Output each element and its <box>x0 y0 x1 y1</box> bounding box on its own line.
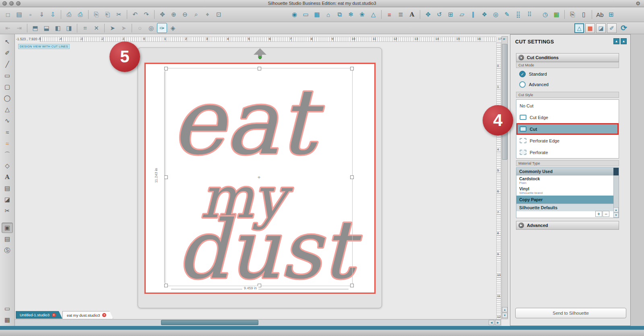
compound-path-icon[interactable]: ◈ <box>167 23 178 33</box>
material-vinyl[interactable]: VinylSilhouette brand <box>516 186 614 196</box>
send-backward-icon[interactable]: ◧ <box>52 23 63 33</box>
origin-point[interactable] <box>258 56 262 59</box>
page-setup-tool-icon[interactable]: ▭ <box>2 303 13 314</box>
remove-material-button[interactable]: − <box>603 211 609 217</box>
text-tool-icon[interactable]: A <box>2 172 13 182</box>
grid-window-icon[interactable]: ▦ <box>312 10 322 20</box>
delete-object-icon[interactable]: ✕ <box>91 23 102 33</box>
vertical-scrollbar-thumb[interactable] <box>502 44 508 160</box>
trace-icon[interactable]: Ab <box>594 10 605 20</box>
send-panel-icon[interactable]: ⎘ <box>567 10 578 20</box>
radio-checked-icon[interactable]: ✓ <box>519 71 526 77</box>
horizontal-scrollbar-thumb[interactable] <box>161 320 258 325</box>
modify-icon[interactable]: ◎ <box>490 10 501 20</box>
panel-collapse-button[interactable]: ▲ <box>613 38 619 44</box>
transform-move-icon[interactable]: ✥ <box>423 10 433 20</box>
collapse-chevrons-icon[interactable]: » <box>503 36 505 41</box>
radio-unchecked-icon[interactable] <box>519 81 526 88</box>
grid-settings-icon[interactable]: ⊞ <box>606 10 617 20</box>
copy-icon[interactable]: ⎘ <box>91 10 102 20</box>
add-material-button[interactable]: + <box>595 211 602 217</box>
save-to-library-icon[interactable]: ⇩ <box>47 10 58 20</box>
smooth-freehand-tool-icon[interactable]: ≈ <box>2 138 13 148</box>
selection-handle[interactable] <box>350 67 354 70</box>
design-view-button[interactable]: △ <box>574 23 584 33</box>
document-tab[interactable]: eat my dust.studio3✕ <box>62 311 113 319</box>
open-file-icon[interactable]: ▤ <box>14 10 25 20</box>
scale-icon[interactable]: ⊞ <box>445 10 456 20</box>
cut-style-perforate-edge[interactable]: Perforate Edge <box>516 135 619 146</box>
weld-icon[interactable]: ○ <box>134 23 145 33</box>
design-store-grid-icon[interactable]: ▦ <box>551 10 562 20</box>
shape-window-icon[interactable]: ▭ <box>300 10 311 20</box>
open-recent-icon[interactable]: ▫ <box>25 10 36 20</box>
knife-view-button[interactable]: ✐ <box>607 23 617 33</box>
document-tab[interactable]: Untitled-1.studio3✕ <box>16 311 62 319</box>
bring-forward-icon[interactable]: ⬓ <box>41 23 52 33</box>
design-canvas[interactable]: -1.523 , 7.920 DESIGN VIEW WITH CUT LINE… <box>15 34 510 326</box>
shape-library-icon[interactable]: ⧉ <box>334 10 345 20</box>
store-tool-icon[interactable]: Ⓢ <box>2 245 13 256</box>
rhinestone-icon[interactable]: ⠿ <box>524 10 535 20</box>
polygon-design-icon[interactable]: △ <box>368 10 379 20</box>
text-style-icon[interactable]: A <box>407 10 417 20</box>
print-setup-icon[interactable]: ⎙ <box>75 10 86 20</box>
gear-icon[interactable]: ⚙ <box>636 0 640 6</box>
line-color-icon[interactable]: ≡ <box>384 10 395 20</box>
material-cardstock[interactable]: CardstockPlain <box>516 175 614 186</box>
zoom-drag-icon[interactable]: ⌖ <box>202 10 213 20</box>
make-3d-icon[interactable]: ⌗ <box>80 23 91 33</box>
send-to-silhouette-button[interactable]: Send to Silhouette <box>515 308 626 318</box>
scroll-right-button[interactable]: ▶ <box>495 320 501 325</box>
flower-design-icon[interactable]: ❀ <box>357 10 367 20</box>
ellipse-tool-icon[interactable]: ◯ <box>2 93 13 103</box>
advanced-section-header[interactable]: ▶ Advanced <box>516 221 619 230</box>
scroll-up-button[interactable]: ▲ <box>502 307 508 312</box>
line-style-icon[interactable]: ≣ <box>395 10 406 20</box>
translate-left-icon[interactable]: ⇤ <box>2 23 13 33</box>
fit-to-page-icon[interactable]: ⊡ <box>213 10 224 20</box>
scroll-left-button[interactable]: ◀ <box>489 320 494 325</box>
cut-style-cut-edge[interactable]: Cut Edge <box>516 111 619 123</box>
eraser-view-button[interactable]: ◪ <box>596 23 606 33</box>
line-tool-icon[interactable]: ╱ <box>2 59 13 70</box>
selection-handle[interactable] <box>164 284 168 287</box>
material-copy-paper[interactable]: Copy Paper <box>516 196 614 204</box>
regular-polygon-tool-icon[interactable]: ◇ <box>2 161 13 171</box>
redo-icon[interactable]: ↷ <box>141 10 152 20</box>
save-icon[interactable]: ⇓ <box>36 10 47 20</box>
knife-tool-icon[interactable]: ✂ <box>2 206 13 216</box>
bring-to-front-icon[interactable]: ⬒ <box>30 23 41 33</box>
notes-tool-icon[interactable]: ▤ <box>2 183 13 194</box>
offset-sketch-icon[interactable]: ✎ <box>502 10 512 20</box>
undo-icon[interactable]: ↶ <box>130 10 140 20</box>
pixscan-time-icon[interactable]: ◷ <box>540 10 551 20</box>
replicate-icon[interactable]: ❖ <box>479 10 490 20</box>
material-silhouette-defaults[interactable]: Silhouette Defaults <box>516 204 614 211</box>
freehand-tool-icon[interactable]: ≈ <box>2 127 13 137</box>
rotate-icon[interactable]: ↺ <box>434 10 445 20</box>
cutting-mat-tool-icon[interactable]: ▦ <box>2 315 13 325</box>
shear-icon[interactable]: ▱ <box>456 10 467 20</box>
cut-conditions-header[interactable]: ▼ Cut Conditions <box>516 53 619 62</box>
copy-style-icon[interactable]: ➤ <box>107 23 118 33</box>
zoom-out-icon[interactable]: ⊖ <box>180 10 190 20</box>
select-tool-icon[interactable]: ↖ <box>2 37 13 47</box>
polygon-tool-icon[interactable]: △ <box>2 104 13 115</box>
device-panel-icon[interactable]: ▯ <box>578 10 589 20</box>
edit-points-tool-icon[interactable]: ✐ <box>2 48 13 58</box>
page-tool-icon[interactable]: ▣ <box>2 223 13 233</box>
cut-lines-view-button[interactable]: ▦ <box>585 23 595 33</box>
rectangle-tool-icon[interactable]: ▭ <box>2 70 13 81</box>
cut-style-cut[interactable]: Cut <box>516 123 619 135</box>
cut-icon[interactable]: ✂ <box>114 10 124 20</box>
new-document-icon[interactable]: □ <box>2 10 13 20</box>
sketch-pen-icon[interactable]: ✑ <box>157 23 167 33</box>
send-to-back-icon[interactable]: ◨ <box>64 23 74 33</box>
print-icon[interactable]: ⎙ <box>64 10 74 20</box>
pixscan-icon[interactable]: ◉ <box>289 10 300 20</box>
tab-close-button[interactable]: ✕ <box>102 313 106 317</box>
zoom-in-icon[interactable]: ⊕ <box>168 10 179 20</box>
cut-mode-advanced-option[interactable]: Advanced <box>519 81 549 88</box>
zoom-selection-icon[interactable]: ⌕ <box>191 10 202 20</box>
